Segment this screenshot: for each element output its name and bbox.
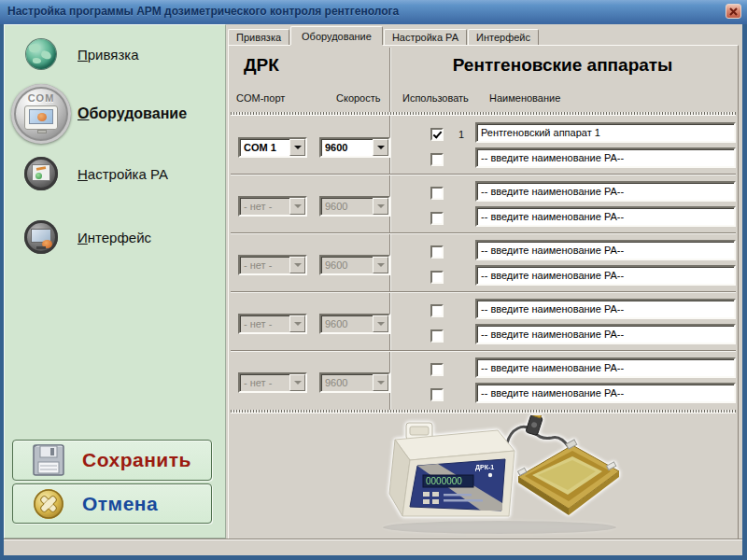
dropdown-button[interactable] [289,374,305,391]
com-port-value: - нет - [244,258,288,273]
ra-name-input[interactable] [475,383,736,403]
column-label-speed: Скорость [336,92,381,104]
cancel-button-label: Отмена [82,493,158,515]
use-checkbox[interactable] [430,329,444,343]
drk-device-image: ДРК-1 0000000 [369,415,630,539]
use-checkbox[interactable] [430,388,444,401]
close-icon [729,7,738,16]
use-checkbox[interactable] [430,271,444,284]
cable [507,415,569,447]
speed-select[interactable]: 9600 [319,137,390,158]
titlebar[interactable]: Настройка программы АРМ дозиметрического… [0,0,747,24]
chevron-down-icon [377,263,385,267]
ra-row [429,240,736,265]
use-checkbox[interactable] [430,153,444,166]
chevron-down-icon [377,381,385,385]
use-checkbox[interactable] [430,304,444,317]
tab-nastroyka-ra[interactable]: Настройка РА [384,29,467,45]
device-lcd-text: 0000000 [426,476,462,486]
icon-wrap [5,220,78,254]
use-checkbox[interactable] [430,212,444,225]
chevron-down-icon [377,322,385,326]
ra-name-input[interactable] [475,357,736,378]
dropdown-button[interactable] [289,198,305,215]
ra-row [429,147,736,173]
close-button[interactable] [726,4,741,19]
sidebar-item-interfeys[interactable]: Интерфейс [5,209,225,265]
ra-name-input[interactable] [475,265,736,286]
ra-name-input[interactable] [475,240,736,260]
save-button-label: Сохранить [82,449,191,471]
detector-plate [518,440,619,515]
ra-name-input[interactable] [475,181,736,202]
sidebar-item-nastroyka-ra[interactable]: Настройка РА [5,146,225,202]
sidebar-item-oborudovanie[interactable]: COM Оборудование [5,82,225,146]
save-button[interactable]: Сохранить [12,440,212,481]
dropdown-button[interactable] [289,139,305,156]
client-area: Привязка COM Оборудование Настройка [4,24,742,555]
ra-name-input[interactable] [475,122,736,143]
com-port-value: - нет - [244,199,288,214]
dotted-separator-bottom [231,410,736,413]
chevron-down-icon [294,204,302,208]
speed-select: 9600 [319,372,390,393]
drk-group: - нет - 9600 [231,175,736,233]
ra-row [429,206,736,231]
speed-value: 9600 [325,375,371,390]
dropdown-button[interactable] [289,315,305,332]
com-port-value: - нет - [244,375,288,390]
speed-select: 9600 [319,255,390,275]
ra-row [429,299,736,324]
tab-bar: Привязка Оборудование Настройка РА Интер… [228,26,540,45]
ra-name-input[interactable] [475,299,736,319]
accel-letter: О [78,105,89,121]
chevron-down-icon [377,146,385,149]
dropdown-button[interactable] [373,374,388,391]
ra-row [429,383,736,408]
use-checkbox[interactable] [430,187,444,200]
use-checkbox[interactable] [430,128,444,141]
tab-oborudovanie[interactable]: Оборудование [290,26,383,45]
ra-name-input[interactable] [475,147,736,168]
sidebar-item-privyazka[interactable]: Привязка [5,26,225,82]
label-rest: астройка РА [88,166,168,182]
settings-window: Настройка программы АРМ дозиметрического… [0,0,747,560]
sidebar: Привязка COM Оборудование Настройка [4,24,226,539]
dropdown-button[interactable] [373,139,388,156]
ra-row: 1 [429,122,736,147]
dropdown-button[interactable] [373,198,388,215]
com-port-select: - нет - [238,196,307,217]
use-checkbox[interactable] [430,363,444,376]
floppy-disk-icon [31,442,66,478]
sidebar-item-label: Оборудование [78,105,187,122]
use-checkbox[interactable] [430,245,444,259]
sidebar-item-label: Настройка РА [78,166,168,182]
dropdown-button[interactable] [289,257,305,273]
ra-row-number: 1 [453,129,470,140]
ra-name-input[interactable] [475,206,736,227]
ra-name-input[interactable] [475,324,736,344]
cancel-button[interactable]: Отмена [12,483,212,524]
interface-icon [24,220,58,254]
column-label-com-port: COM-порт [236,92,285,104]
speed-select: 9600 [319,196,390,217]
com-port-select[interactable]: COM 1 [238,137,307,158]
column-label-name: Наименование [489,92,560,104]
tab-interfeys[interactable]: Интерфейс [468,29,539,45]
chevron-down-icon [377,204,385,208]
window-title: Настройка программы АРМ дозиметрического… [7,5,726,18]
column-label-use: Использовать [402,92,469,104]
equipment-tab-panel: ДРК Рентгеновские аппараты COM-порт Скор… [228,45,739,539]
ra-settings-icon [24,157,58,190]
icon-wrap [5,157,78,190]
com-port-select: - нет - [238,314,307,334]
sidebar-item-label: Привязка [78,47,139,63]
sidebar-item-label: Интерфейс [78,230,151,245]
tab-privyazka[interactable]: Привязка [228,29,289,45]
speed-value: 9600 [325,140,371,155]
ra-row [429,265,736,290]
icon-wrap [30,442,67,478]
dropdown-button[interactable] [373,257,388,273]
label-rest: ривязка [88,47,139,63]
dropdown-button[interactable] [373,315,388,332]
